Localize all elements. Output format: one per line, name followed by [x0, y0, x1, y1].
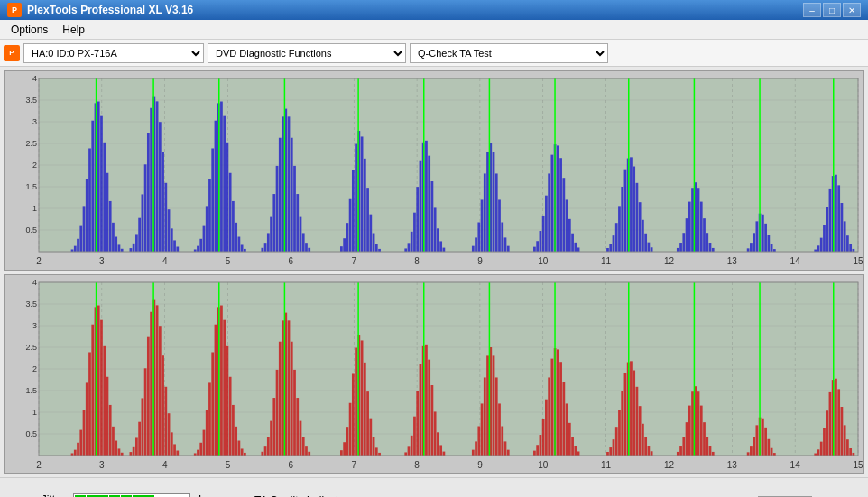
menu-bar: Options Help	[0, 20, 868, 40]
top-chart-canvas	[5, 71, 864, 271]
bottom-panel: Jitter: 4 Peak Shift: 3 TA Quality Indic…	[0, 477, 868, 497]
menu-help[interactable]: Help	[55, 22, 92, 38]
minimize-button[interactable]: –	[803, 3, 821, 17]
bottom-chart-canvas	[5, 275, 864, 474]
metrics-column: Jitter: 4 Peak Shift: 3	[9, 493, 209, 497]
maximize-button[interactable]: □	[823, 3, 841, 17]
ta-quality-container: TA Quality Indicator: Good	[254, 494, 351, 498]
jitter-value: 4	[196, 493, 209, 497]
jitter-progress-bar	[73, 493, 190, 497]
app-icon: P	[7, 3, 22, 17]
close-button[interactable]: ✕	[843, 3, 861, 17]
drive-select-container: P HA:0 ID:0 PX-716A	[4, 43, 204, 63]
drive-dropdown[interactable]: HA:0 ID:0 PX-716A	[23, 43, 204, 63]
toolbar: P HA:0 ID:0 PX-716A DVD Diagnostic Funct…	[0, 40, 868, 67]
drive-icon: P	[4, 45, 20, 61]
title-bar-controls: – □ ✕	[803, 3, 861, 17]
content-area	[0, 67, 868, 477]
bottom-chart-container	[4, 274, 864, 474]
jitter-metric: Jitter: 4	[9, 493, 209, 497]
menu-options[interactable]: Options	[4, 22, 55, 38]
title-bar-left: P PlexTools Professional XL V3.16	[7, 3, 193, 17]
jitter-label: Jitter:	[9, 493, 68, 497]
app-icon-letter: P	[12, 5, 17, 14]
test-dropdown[interactable]: Q-Check TA Test	[410, 43, 608, 63]
function-dropdown[interactable]: DVD Diagnostic Functions	[208, 43, 406, 63]
window-title: PlexTools Professional XL V3.16	[27, 4, 193, 16]
title-bar: P PlexTools Professional XL V3.16 – □ ✕	[0, 0, 868, 20]
ta-quality-label: TA Quality Indicator:	[254, 494, 351, 498]
top-chart-container	[4, 70, 864, 271]
